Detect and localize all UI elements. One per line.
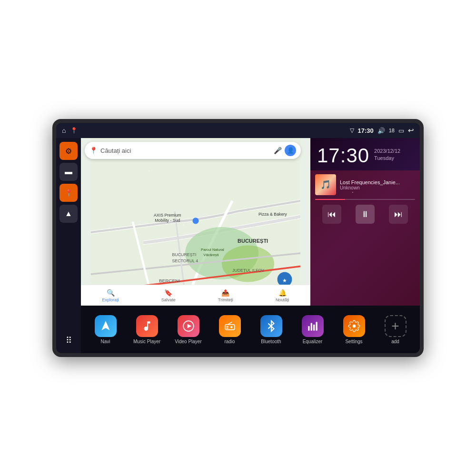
svg-text:BERCENI: BERCENI — [159, 278, 180, 283]
right-panel: 17:30 2023/12/12 Tuesday 🎵 — [310, 138, 420, 306]
app-equalizer[interactable]: Equalizer — [298, 315, 327, 344]
sidebar-settings-button[interactable]: ⚙ — [60, 142, 78, 160]
music-artist: Unknown — [340, 185, 415, 190]
music-title: Lost Frequencies_Janie... — [340, 179, 415, 185]
map-tab-saved[interactable]: 🔖 Salvate — [161, 289, 176, 302]
clock-date: 2023/12/12 Tuesday — [374, 148, 400, 162]
app-navi[interactable]: Navi — [91, 315, 120, 344]
svg-point-28 — [352, 324, 356, 327]
status-right: ▽ 17:30 🔊 18 ▭ ↩ — [350, 126, 415, 135]
sidebar-grid-button[interactable]: ⠿ — [60, 331, 78, 349]
battery-icon: ▭ — [398, 127, 404, 134]
music-info: 🎵 Lost Frequencies_Janie... Unknown — [315, 174, 415, 195]
app-grid: Navi Music Player Video Player — [81, 306, 420, 353]
svg-text:Pizza & Bakery: Pizza & Bakery — [258, 212, 287, 217]
grid-icon: ⠿ — [66, 335, 72, 346]
map-tab-explore-label: Explorați — [102, 298, 119, 302]
app-add[interactable]: + add — [381, 315, 410, 344]
video-player-label: Video Player — [175, 339, 202, 344]
svg-text:Mobility - Sud: Mobility - Sud — [155, 218, 180, 223]
app-music-player[interactable]: Music Player — [133, 315, 161, 344]
explore-icon: 🔍 — [107, 289, 115, 297]
map-tab-send[interactable]: 📤 Trimiteți — [218, 289, 233, 302]
video-player-icon — [178, 315, 199, 337]
map-container[interactable]: BERCENI BUCUREȘTI JUDEȚUL ILFOV BUCUREȘT… — [81, 138, 310, 306]
google-maps-pin-icon: 📍 — [89, 147, 98, 154]
radio-icon — [219, 315, 241, 337]
settings-icon — [343, 315, 365, 337]
wifi-icon: ▽ — [350, 127, 354, 134]
app-bluetooth[interactable]: Bluetooth — [257, 315, 286, 344]
news-icon: 🔔 — [278, 289, 287, 297]
device-screen: ⌂ 📍 ▽ 17:30 🔊 18 ▭ ↩ ⚙ ▬ — [56, 123, 420, 353]
user-avatar[interactable]: 👤 — [285, 145, 296, 156]
album-art: 🎵 — [315, 174, 336, 195]
clock-day-text: Tuesday — [374, 155, 400, 162]
svg-rect-27 — [316, 322, 317, 330]
battery-level: 18 — [389, 128, 395, 133]
sidebar-map-button[interactable]: 📍 — [60, 184, 78, 202]
clock-date-text: 2023/12/12 — [374, 148, 400, 155]
back-icon[interactable]: ↩ — [408, 126, 414, 135]
map-pin-icon: 📍 — [65, 189, 73, 197]
map-bottom-bar: 🔍 Explorați 🔖 Salvate 📤 Trimiteți — [81, 285, 310, 306]
equalizer-label: Equalizer — [303, 339, 323, 344]
car-head-unit: ⌂ 📍 ▽ 17:30 🔊 18 ▭ ↩ ⚙ ▬ — [52, 119, 424, 357]
svg-point-2 — [222, 246, 274, 282]
map-svg: BERCENI BUCUREȘTI JUDEȚUL ILFOV BUCUREȘT… — [81, 138, 310, 306]
status-time: 17:30 — [358, 127, 374, 134]
map-search-text: Căutați aici — [100, 147, 271, 154]
music-player-icon — [136, 315, 158, 337]
app-settings[interactable]: Settings — [340, 315, 368, 344]
navi-icon — [95, 315, 117, 337]
send-icon: 📤 — [221, 289, 229, 297]
map-tab-news-label: Noutăți — [276, 298, 289, 302]
home-icon[interactable]: ⌂ — [62, 127, 66, 134]
radio-label: radio — [224, 339, 235, 344]
bluetooth-icon — [260, 315, 282, 337]
map-tab-send-label: Trimiteți — [218, 298, 233, 302]
svg-text:★: ★ — [282, 278, 287, 283]
map-tab-news[interactable]: 🔔 Noutăți — [276, 289, 289, 302]
gear-icon: ⚙ — [65, 147, 72, 156]
music-progress-fill — [315, 199, 345, 200]
sidebar-nav-button[interactable]: ▲ — [60, 205, 78, 223]
map-search-bar[interactable]: 📍 Căutați aici 🎤 👤 — [85, 142, 301, 159]
microphone-icon[interactable]: 🎤 — [274, 147, 282, 154]
prev-button[interactable]: ⏮ — [322, 205, 341, 224]
navigation-icon: ▲ — [65, 209, 72, 218]
music-player-label: Music Player — [133, 339, 160, 344]
pause-button[interactable]: ⏸ — [356, 205, 375, 224]
svg-point-21 — [230, 326, 232, 328]
status-left: ⌂ 📍 — [62, 127, 78, 134]
status-bar: ⌂ 📍 ▽ 17:30 🔊 18 ▭ ↩ — [56, 123, 420, 138]
svg-text:BUCUREȘTI: BUCUREȘTI — [172, 252, 197, 257]
app-radio[interactable]: radio — [216, 315, 244, 344]
music-controls: ⏮ ⏸ ⏭ — [315, 205, 415, 224]
equalizer-icon — [302, 315, 324, 337]
svg-text:AXIS Premium: AXIS Premium — [154, 213, 181, 218]
sidebar-folder-button[interactable]: ▬ — [60, 163, 78, 181]
svg-rect-19 — [225, 324, 235, 329]
sidebar: ⚙ ▬ 📍 ▲ ⠿ — [56, 138, 81, 353]
clock-section: 17:30 2023/12/12 Tuesday — [310, 138, 420, 170]
next-button[interactable]: ⏭ — [389, 205, 408, 224]
add-label: add — [391, 339, 399, 344]
svg-rect-26 — [313, 324, 315, 330]
music-section: 🎵 Lost Frequencies_Janie... Unknown — [310, 170, 420, 306]
svg-text:JUDEȚUL ILFOV: JUDEȚUL ILFOV — [232, 268, 264, 273]
volume-icon: 🔊 — [377, 127, 385, 134]
map-tab-explore[interactable]: 🔍 Explorați — [102, 289, 119, 302]
svg-text:SECTORUL 4: SECTORUL 4 — [172, 258, 198, 263]
svg-text:Parcul Natural: Parcul Natural — [201, 248, 224, 252]
center-area: BERCENI BUCUREȘTI JUDEȚUL ILFOV BUCUREȘT… — [81, 138, 420, 353]
maps-icon[interactable]: 📍 — [70, 127, 78, 134]
app-video-player[interactable]: Video Player — [174, 315, 203, 344]
add-icon: + — [385, 315, 407, 337]
settings-label: Settings — [345, 339, 362, 344]
svg-point-12 — [192, 218, 198, 224]
svg-text:BUCUREȘTI: BUCUREȘTI — [238, 238, 268, 244]
music-details: Lost Frequencies_Janie... Unknown — [340, 179, 415, 190]
music-progress-bar[interactable] — [315, 199, 415, 200]
svg-rect-24 — [308, 326, 309, 331]
